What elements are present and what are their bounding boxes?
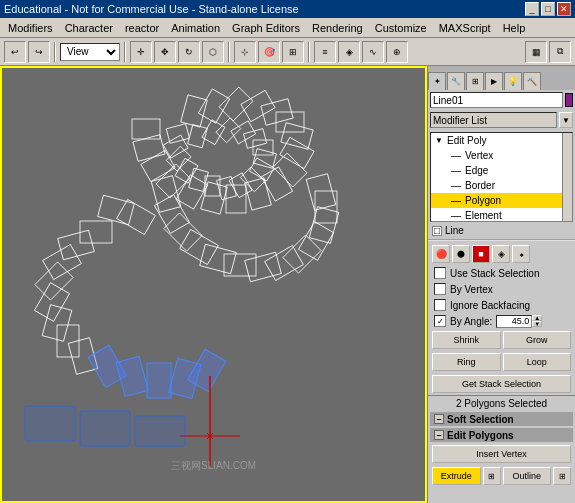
sep4	[308, 42, 310, 62]
sel-icon-3[interactable]: ■	[472, 245, 490, 263]
select-btn[interactable]: ✛	[130, 41, 152, 63]
scale-btn[interactable]: ⬡	[202, 41, 224, 63]
rotate-btn[interactable]: ↻	[178, 41, 200, 63]
angle-down-btn[interactable]: ▼	[532, 321, 542, 327]
sel-icon-4[interactable]: ◈	[492, 245, 510, 263]
menu-maxscript[interactable]: MAXScript	[433, 21, 497, 35]
toolbar: ↩ ↪ View ✛ ✥ ↻ ⬡ ⊹ 🎯 ⊞ ≡ ◈ ∿ ⊕ ▦ ⧉	[0, 38, 575, 66]
icon-row-1: 🔴 ⬤ ■ ◈ ⬥	[428, 243, 575, 265]
menu-character[interactable]: Character	[59, 21, 119, 35]
stack-scrollbar[interactable]	[562, 133, 572, 221]
cb-ignore-backfacing[interactable]	[434, 299, 446, 311]
object-color-swatch[interactable]	[565, 93, 573, 107]
outline-settings-btn[interactable]: ⊞	[553, 467, 571, 485]
stack-item-vertex[interactable]: — Vertex	[431, 148, 572, 163]
viewport[interactable]: Perspective	[0, 66, 427, 503]
status-bar: 2 Polygons Selected	[428, 395, 575, 411]
menu-rendering[interactable]: Rendering	[306, 21, 369, 35]
svg-rect-61	[147, 363, 171, 398]
panel-tabs: ✦ 🔧 ⊞ ▶ 💡 🔨	[428, 66, 575, 90]
menu-bar: Modifiers Character reactor Animation Gr…	[0, 18, 575, 38]
ring-loop-row: Ring Loop	[428, 351, 575, 373]
stack-item-border[interactable]: — Border	[431, 178, 572, 193]
mirror-btn[interactable]: ⊞	[282, 41, 304, 63]
checkbox-by-vertex: By Vertex	[428, 281, 575, 297]
sel-icon-5[interactable]: ⬥	[512, 245, 530, 263]
stack-item-element[interactable]: — Element	[431, 208, 572, 222]
status-text: 2 Polygons Selected	[456, 398, 547, 409]
minimize-btn[interactable]: _	[525, 2, 539, 16]
cb-use-stack[interactable]	[434, 267, 446, 279]
checkbox-ignore-backfacing: Ignore Backfacing	[428, 297, 575, 313]
object-name-field[interactable]	[430, 92, 563, 108]
menu-help[interactable]: Help	[497, 21, 532, 35]
tab-utilities[interactable]: 🔨	[523, 72, 541, 90]
edit-poly-collapse-btn[interactable]: –	[434, 430, 444, 440]
svg-rect-64	[25, 406, 75, 441]
close-btn[interactable]: ✕	[557, 2, 571, 16]
title-text: Educational - Not for Commercial Use - S…	[4, 3, 299, 15]
stack-item-polygon[interactable]: — Polygon	[431, 193, 572, 208]
stack-item-edge[interactable]: — Edge	[431, 163, 572, 178]
ring-btn[interactable]: Ring	[432, 353, 501, 371]
svg-rect-65	[80, 411, 130, 446]
named-sel-btn[interactable]: ▦	[525, 41, 547, 63]
move-btn[interactable]: ✥	[154, 41, 176, 63]
viewport-3d	[0, 66, 427, 503]
soft-sel-collapse-btn[interactable]: –	[434, 414, 444, 424]
align-btn[interactable]: ≡	[314, 41, 336, 63]
extrude-btn[interactable]: Extrude	[432, 467, 481, 485]
cb-by-vertex[interactable]	[434, 283, 446, 295]
modifier-list-label: Modifier List	[430, 112, 557, 128]
watermark: 三视网SLIAN.COM	[171, 459, 256, 473]
insert-vertex-btn[interactable]: Insert Vertex	[432, 445, 571, 463]
extrude-row: Extrude ⊞ Outline ⊞	[428, 465, 575, 487]
tab-motion[interactable]: ▶	[485, 72, 503, 90]
menu-graph-editors[interactable]: Graph Editors	[226, 21, 306, 35]
undo-btn[interactable]: ↩	[4, 41, 26, 63]
maximize-btn[interactable]: □	[541, 2, 555, 16]
insert-vertex-row: Insert Vertex	[428, 443, 575, 465]
sel-icon-1[interactable]: 🔴	[432, 245, 450, 263]
sel-icon-2[interactable]: ⬤	[452, 245, 470, 263]
menu-modifiers[interactable]: Modifiers	[2, 21, 59, 35]
soft-selection-label: Soft Selection	[447, 414, 514, 425]
shrink-btn[interactable]: Shrink	[432, 331, 501, 349]
curve-btn[interactable]: ∿	[362, 41, 384, 63]
cb-by-angle[interactable]: ✓	[434, 315, 446, 327]
soft-selection-header[interactable]: – Soft Selection	[430, 412, 573, 426]
tab-modify[interactable]: 🔧	[447, 72, 465, 90]
angle-spinner: ▲ ▼	[532, 315, 542, 327]
angle-input[interactable]	[496, 315, 532, 328]
tab-create[interactable]: ✦	[428, 72, 446, 90]
tab-hierarchy[interactable]: ⊞	[466, 72, 484, 90]
loop-btn[interactable]: Loop	[503, 353, 572, 371]
edit-polygons-header[interactable]: – Edit Polygons	[430, 428, 573, 442]
get-stack-btn[interactable]: Get Stack Selection	[432, 375, 571, 393]
edit-polygons-label: Edit Polygons	[447, 430, 514, 441]
sep1	[54, 42, 56, 62]
menu-animation[interactable]: Animation	[165, 21, 226, 35]
material-btn[interactable]: ◈	[338, 41, 360, 63]
use-stack-label: Use Stack Selection	[450, 268, 540, 279]
stack-item-editpoly[interactable]: ▼ Edit Poly	[431, 133, 572, 148]
grow-btn[interactable]: Grow	[503, 331, 572, 349]
menu-customize[interactable]: Customize	[369, 21, 433, 35]
view-select[interactable]: View	[60, 43, 120, 61]
modifier-stack[interactable]: ▼ Edit Poly — Vertex — Edge — Border — P…	[430, 132, 573, 222]
ignore-backfacing-label: Ignore Backfacing	[450, 300, 530, 311]
outline-btn[interactable]: Outline	[503, 467, 552, 485]
layers-btn[interactable]: ⧉	[549, 41, 571, 63]
extrude-settings-btn[interactable]: ⊞	[483, 467, 501, 485]
sep2	[124, 42, 126, 62]
extra-btn[interactable]: ⊕	[386, 41, 408, 63]
snap2-btn[interactable]: 🎯	[258, 41, 280, 63]
line-checkbox[interactable]: □	[432, 226, 442, 236]
tab-display[interactable]: 💡	[504, 72, 522, 90]
menu-reactor[interactable]: reactor	[119, 21, 165, 35]
by-vertex-label: By Vertex	[450, 284, 493, 295]
snap-btn[interactable]: ⊹	[234, 41, 256, 63]
redo-btn[interactable]: ↪	[28, 41, 50, 63]
modifier-list-dropdown[interactable]: ▼	[559, 112, 573, 128]
line-item-row: □ Line	[428, 224, 575, 237]
